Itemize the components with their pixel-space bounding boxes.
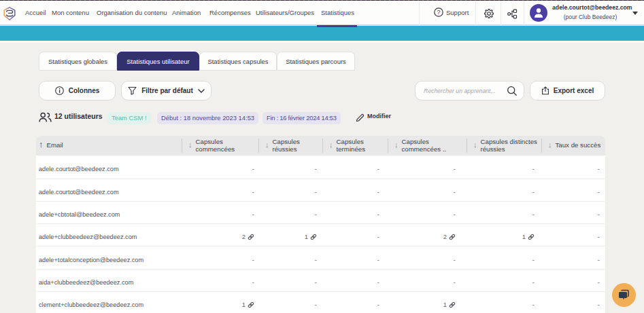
svg-text:?: ? (437, 9, 440, 16)
